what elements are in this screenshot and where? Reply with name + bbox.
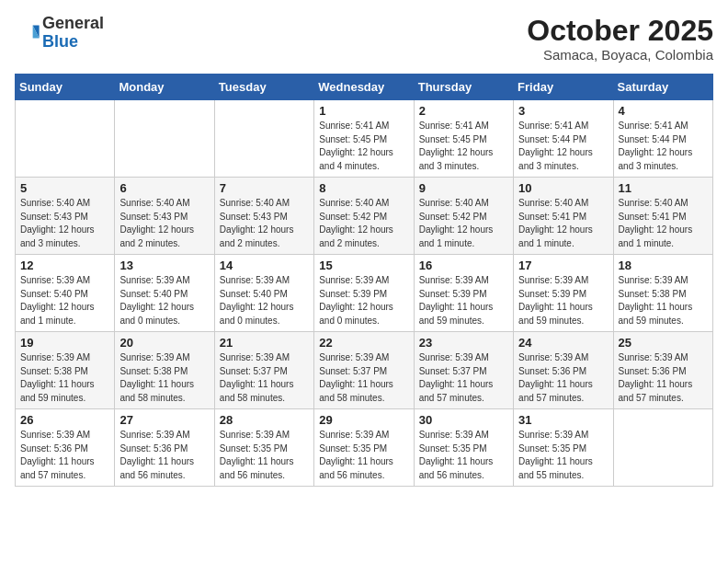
day-number: 18 (619, 259, 708, 272)
calendar-cell: 3Sunrise: 5:41 AM Sunset: 5:44 PM Daylig… (514, 100, 613, 178)
calendar-cell: 24Sunrise: 5:39 AM Sunset: 5:36 PM Dayli… (514, 332, 613, 409)
calendar-cell: 23Sunrise: 5:39 AM Sunset: 5:37 PM Dayli… (414, 332, 513, 409)
day-number: 19 (20, 336, 109, 350)
day-number: 3 (518, 104, 608, 118)
day-info: Sunrise: 5:39 AM Sunset: 5:35 PM Dayligh… (419, 429, 508, 482)
calendar-cell: 16Sunrise: 5:39 AM Sunset: 5:39 PM Dayli… (414, 255, 513, 332)
day-info: Sunrise: 5:40 AM Sunset: 5:41 PM Dayligh… (518, 197, 608, 250)
logo-general: General (42, 14, 104, 32)
calendar-cell: 20Sunrise: 5:39 AM Sunset: 5:38 PM Dayli… (115, 332, 214, 409)
day-number: 28 (220, 413, 309, 427)
weekday-header-sunday: Sunday (16, 75, 115, 100)
day-number: 27 (119, 413, 209, 427)
day-number: 21 (220, 336, 309, 350)
day-number: 17 (518, 259, 608, 272)
calendar-cell: 2Sunrise: 5:41 AM Sunset: 5:45 PM Daylig… (414, 100, 513, 178)
day-info: Sunrise: 5:39 AM Sunset: 5:35 PM Dayligh… (518, 429, 608, 482)
day-number: 10 (518, 181, 608, 195)
day-info: Sunrise: 5:39 AM Sunset: 5:38 PM Dayligh… (119, 351, 209, 405)
calendar-cell: 5Sunrise: 5:40 AM Sunset: 5:43 PM Daylig… (16, 178, 115, 255)
calendar-table: SundayMondayTuesdayWednesdayThursdayFrid… (15, 74, 713, 487)
day-info: Sunrise: 5:39 AM Sunset: 5:35 PM Dayligh… (220, 429, 309, 482)
day-info: Sunrise: 5:39 AM Sunset: 5:37 PM Dayligh… (419, 351, 508, 405)
page-header: General Blue October 2025 Samaca, Boyaca… (15, 15, 713, 63)
calendar-week-1: 1Sunrise: 5:41 AM Sunset: 5:45 PM Daylig… (16, 100, 713, 178)
calendar-cell: 27Sunrise: 5:39 AM Sunset: 5:36 PM Dayli… (115, 409, 214, 487)
day-number: 6 (119, 181, 209, 195)
calendar-week-5: 26Sunrise: 5:39 AM Sunset: 5:36 PM Dayli… (16, 409, 713, 487)
day-number: 25 (619, 336, 708, 350)
day-number: 2 (419, 104, 508, 118)
calendar-header-row: SundayMondayTuesdayWednesdayThursdayFrid… (16, 75, 713, 100)
day-info: Sunrise: 5:40 AM Sunset: 5:42 PM Dayligh… (319, 197, 408, 250)
day-number: 30 (419, 413, 508, 427)
day-info: Sunrise: 5:41 AM Sunset: 5:44 PM Dayligh… (619, 120, 708, 173)
day-number: 5 (20, 181, 109, 195)
calendar-cell: 22Sunrise: 5:39 AM Sunset: 5:37 PM Dayli… (314, 332, 414, 409)
day-number: 16 (419, 259, 508, 272)
day-number: 31 (518, 413, 608, 427)
day-info: Sunrise: 5:39 AM Sunset: 5:40 PM Dayligh… (20, 274, 109, 327)
day-number: 24 (518, 336, 608, 350)
calendar-cell: 15Sunrise: 5:39 AM Sunset: 5:39 PM Dayli… (314, 255, 414, 332)
weekday-header-thursday: Thursday (414, 75, 513, 100)
calendar-cell: 4Sunrise: 5:41 AM Sunset: 5:44 PM Daylig… (613, 100, 712, 178)
day-number: 29 (319, 413, 408, 427)
day-info: Sunrise: 5:40 AM Sunset: 5:42 PM Dayligh… (419, 197, 508, 250)
logo-blue: Blue (42, 32, 78, 51)
day-info: Sunrise: 5:40 AM Sunset: 5:43 PM Dayligh… (220, 197, 309, 250)
calendar-cell: 13Sunrise: 5:39 AM Sunset: 5:40 PM Dayli… (115, 255, 214, 332)
calendar-cell: 9Sunrise: 5:40 AM Sunset: 5:42 PM Daylig… (414, 178, 513, 255)
calendar-cell: 7Sunrise: 5:40 AM Sunset: 5:43 PM Daylig… (214, 178, 313, 255)
day-number: 22 (319, 336, 408, 350)
day-info: Sunrise: 5:39 AM Sunset: 5:40 PM Dayligh… (220, 274, 309, 327)
day-info: Sunrise: 5:39 AM Sunset: 5:39 PM Dayligh… (419, 274, 508, 327)
day-number: 15 (319, 259, 408, 272)
day-info: Sunrise: 5:40 AM Sunset: 5:41 PM Dayligh… (619, 197, 708, 250)
day-number: 26 (20, 413, 109, 427)
day-number: 14 (220, 259, 309, 272)
calendar-cell (613, 409, 712, 487)
day-info: Sunrise: 5:39 AM Sunset: 5:39 PM Dayligh… (319, 274, 408, 327)
day-number: 23 (419, 336, 508, 350)
calendar-cell: 14Sunrise: 5:39 AM Sunset: 5:40 PM Dayli… (214, 255, 313, 332)
day-info: Sunrise: 5:39 AM Sunset: 5:38 PM Dayligh… (619, 274, 708, 327)
calendar-cell: 19Sunrise: 5:39 AM Sunset: 5:38 PM Dayli… (16, 332, 115, 409)
day-info: Sunrise: 5:39 AM Sunset: 5:39 PM Dayligh… (518, 274, 608, 327)
day-info: Sunrise: 5:40 AM Sunset: 5:43 PM Dayligh… (119, 197, 209, 250)
day-info: Sunrise: 5:41 AM Sunset: 5:45 PM Dayligh… (319, 120, 408, 173)
day-number: 8 (319, 181, 408, 195)
day-info: Sunrise: 5:39 AM Sunset: 5:36 PM Dayligh… (20, 429, 109, 482)
calendar-cell (214, 100, 313, 178)
day-info: Sunrise: 5:41 AM Sunset: 5:45 PM Dayligh… (419, 120, 508, 173)
day-info: Sunrise: 5:41 AM Sunset: 5:44 PM Dayligh… (518, 120, 608, 173)
weekday-header-saturday: Saturday (613, 75, 712, 100)
day-number: 9 (419, 181, 508, 195)
weekday-header-wednesday: Wednesday (314, 75, 414, 100)
day-number: 1 (319, 104, 408, 118)
day-number: 7 (220, 181, 309, 195)
day-number: 11 (619, 181, 708, 195)
logo-text: General Blue (42, 15, 104, 52)
logo: General Blue (15, 15, 104, 52)
weekday-header-tuesday: Tuesday (214, 75, 313, 100)
logo-icon (15, 20, 40, 46)
calendar-cell (115, 100, 214, 178)
day-number: 13 (119, 259, 209, 272)
calendar-cell: 10Sunrise: 5:40 AM Sunset: 5:41 PM Dayli… (514, 178, 613, 255)
calendar-cell: 1Sunrise: 5:41 AM Sunset: 5:45 PM Daylig… (314, 100, 414, 178)
day-info: Sunrise: 5:39 AM Sunset: 5:36 PM Dayligh… (619, 351, 708, 405)
day-info: Sunrise: 5:39 AM Sunset: 5:35 PM Dayligh… (319, 429, 408, 482)
calendar-cell: 31Sunrise: 5:39 AM Sunset: 5:35 PM Dayli… (514, 409, 613, 487)
calendar-cell: 21Sunrise: 5:39 AM Sunset: 5:37 PM Dayli… (214, 332, 313, 409)
day-number: 20 (119, 336, 209, 350)
calendar-cell: 30Sunrise: 5:39 AM Sunset: 5:35 PM Dayli… (414, 409, 513, 487)
calendar-cell: 29Sunrise: 5:39 AM Sunset: 5:35 PM Dayli… (314, 409, 414, 487)
weekday-header-monday: Monday (115, 75, 214, 100)
calendar-cell: 12Sunrise: 5:39 AM Sunset: 5:40 PM Dayli… (16, 255, 115, 332)
calendar-cell: 18Sunrise: 5:39 AM Sunset: 5:38 PM Dayli… (613, 255, 712, 332)
calendar-cell: 28Sunrise: 5:39 AM Sunset: 5:35 PM Dayli… (214, 409, 313, 487)
calendar-cell: 25Sunrise: 5:39 AM Sunset: 5:36 PM Dayli… (613, 332, 712, 409)
day-number: 12 (20, 259, 109, 272)
calendar-week-2: 5Sunrise: 5:40 AM Sunset: 5:43 PM Daylig… (16, 178, 713, 255)
